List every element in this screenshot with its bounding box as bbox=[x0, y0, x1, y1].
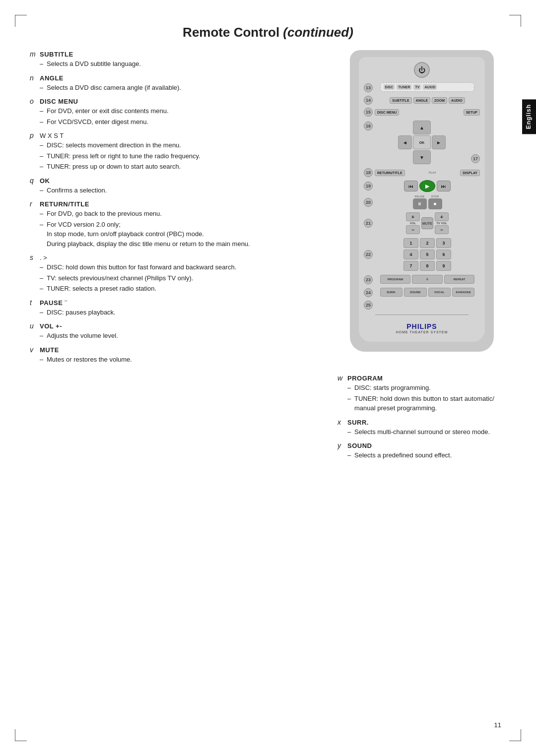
surr-btn[interactable]: SURR. bbox=[380, 288, 402, 297]
disc-btn[interactable]: DISC bbox=[384, 84, 395, 90]
tv-btn[interactable]: TV bbox=[413, 84, 421, 90]
row-num-16: 16 bbox=[364, 122, 373, 130]
list-item: TUNER: selects a preset radio station. bbox=[40, 284, 323, 294]
num-7[interactable]: 7 bbox=[403, 261, 418, 271]
play-label: PLAY bbox=[429, 171, 436, 174]
next-btn[interactable]: ⏭ bbox=[437, 181, 451, 191]
stop-btn[interactable]: ■ bbox=[428, 198, 442, 209]
subtitle-btn[interactable]: SUBTITLE bbox=[390, 97, 411, 104]
play-btn[interactable]: ▶ bbox=[419, 180, 435, 192]
section-title-disc-menu: DISC MENU bbox=[40, 98, 78, 105]
zoom-btn[interactable]: ZOOM bbox=[432, 97, 447, 104]
num-4[interactable]: 4 bbox=[403, 250, 418, 259]
list-item: TUNER: press up or down to start auto se… bbox=[40, 162, 323, 172]
vocal-btn[interactable]: VOCAL bbox=[428, 288, 451, 297]
section-pause-list: DISC: pauses playback. bbox=[30, 308, 323, 317]
section-angle: n ANGLE Selects a DVD disc camera angle … bbox=[30, 74, 323, 93]
section-mute-list: Mutes or restores the volume. bbox=[30, 355, 323, 365]
num-6[interactable]: 6 bbox=[436, 250, 451, 259]
section-title-vol: VOL +- bbox=[40, 322, 62, 330]
row-num-17: 17 bbox=[471, 154, 480, 163]
section-return-title-header: r RETURN/TITLE bbox=[30, 200, 323, 208]
nav-down-btn[interactable]: ▼ bbox=[413, 150, 431, 164]
section-disc-menu: o DISC MENU For DVD, enter or exit disc … bbox=[30, 97, 323, 126]
section-letter-p: p bbox=[30, 131, 38, 139]
aux-btn[interactable]: AUX/D bbox=[423, 84, 437, 90]
section-wxst: p W X S T DISC: selects movement directi… bbox=[30, 131, 323, 172]
section-letter-s: s bbox=[30, 253, 38, 261]
vol-minus-btn[interactable]: – bbox=[406, 225, 420, 234]
disc-menu-btn[interactable]: DISC MENU bbox=[375, 109, 399, 116]
section-title-s: . > bbox=[40, 254, 47, 261]
language-tab: English bbox=[522, 99, 536, 134]
playback-row: ⏮ ▶ ⏭ bbox=[375, 180, 480, 192]
section-title-surr: SURR. bbox=[347, 419, 369, 426]
vol-right-block: + TV VOL – bbox=[435, 212, 449, 234]
section-vol-list: Adjusts the volume level. bbox=[30, 331, 323, 341]
row-18: 18 RETURN/TITLE PLAY DISPLAY bbox=[364, 168, 480, 177]
mute-btn[interactable]: MUTE bbox=[421, 217, 433, 229]
row-21: 21 + VOL – MUTE + TV VOL – bbox=[364, 212, 480, 234]
nav-empty-tr bbox=[432, 121, 446, 134]
row-13: 13 DISC TUNER TV AUX/D bbox=[364, 82, 480, 93]
row-num-14: 14 bbox=[364, 96, 373, 105]
philips-sub-title: HOME THEATER SYSTEM bbox=[396, 330, 448, 334]
num-2[interactable]: 2 bbox=[420, 238, 435, 248]
section-title-sound: SOUND bbox=[347, 442, 372, 449]
audio-btn[interactable]: AUDIO bbox=[449, 97, 465, 104]
remote-divider bbox=[375, 315, 468, 315]
section-disc-menu-header: o DISC MENU bbox=[30, 97, 323, 105]
list-item: DISC: hold down this button for fast for… bbox=[40, 262, 323, 272]
repeat-btn[interactable]: REPEAT bbox=[444, 275, 475, 284]
list-item: TUNER: hold down this button to start au… bbox=[347, 394, 506, 413]
section-return-title: r RETURN/TITLE For DVD, go back to the p… bbox=[30, 200, 323, 249]
sound-btn[interactable]: SOUND bbox=[404, 288, 426, 297]
section-return-list: For DVD, go back to the previous menu. F… bbox=[30, 209, 323, 249]
pause-btn[interactable]: II bbox=[413, 198, 427, 209]
corner-mark-tl bbox=[15, 15, 27, 27]
nav-ok-btn[interactable]: OK bbox=[413, 135, 431, 149]
nav-empty-bl bbox=[398, 150, 412, 164]
num-3[interactable]: 3 bbox=[436, 238, 451, 248]
section-ok: q OK Confirms a selection. bbox=[30, 177, 323, 195]
tv-vol-minus-btn[interactable]: – bbox=[435, 225, 449, 234]
setup-btn[interactable]: SETUP bbox=[464, 109, 480, 116]
tuner-btn[interactable]: TUNER bbox=[397, 84, 411, 90]
program-btn[interactable]: PROGRAM bbox=[380, 275, 411, 284]
row-25-content bbox=[375, 303, 480, 308]
num-5[interactable]: 5 bbox=[420, 250, 435, 259]
row-num-15: 15 bbox=[364, 108, 373, 117]
tv-vol-plus-btn[interactable]: + bbox=[435, 212, 449, 221]
num-8[interactable]: 8 bbox=[420, 261, 435, 271]
power-button[interactable]: ⏻ bbox=[414, 62, 430, 78]
row-20: 20 PAUSE II STOP ■ bbox=[364, 195, 480, 209]
karaoke-btn[interactable]: KARAOKE bbox=[452, 288, 474, 297]
nav-left-btn[interactable]: ◄ bbox=[398, 135, 412, 149]
angle-btn[interactable]: ANGLE bbox=[413, 97, 431, 104]
list-item: Selects a DVD subtitle language. bbox=[40, 59, 323, 69]
prev-btn[interactable]: ⏮ bbox=[404, 181, 418, 191]
section-letter-u: u bbox=[30, 322, 38, 330]
list-item: DISC: starts programming. bbox=[347, 383, 506, 393]
corner-mark-tr bbox=[509, 15, 521, 27]
func-row-1: PROGRAM 0 REPEAT bbox=[380, 275, 475, 284]
nav-right-btn[interactable]: ► bbox=[432, 135, 446, 149]
num-1[interactable]: 1 bbox=[403, 238, 418, 248]
return-title-btn[interactable]: RETURN/TITLE bbox=[375, 170, 405, 176]
row-23: 23 PROGRAM 0 REPEAT bbox=[364, 275, 480, 285]
list-item: For DVD, enter or exit disc contents men… bbox=[40, 106, 323, 116]
vol-plus-btn[interactable]: + bbox=[406, 212, 420, 221]
section-letter-v: v bbox=[30, 346, 38, 354]
zero-btn[interactable]: 0 bbox=[412, 275, 443, 284]
section-title-program: PROGRAM bbox=[347, 375, 383, 382]
row-24: 24 SURR. SOUND VOCAL KARAOKE bbox=[364, 288, 480, 298]
row-num-21: 21 bbox=[364, 219, 373, 228]
num-9[interactable]: 9 bbox=[436, 261, 451, 271]
right-column: ⏻ 13 DISC TUNER TV AUX/D bbox=[337, 50, 506, 369]
nav-up-btn[interactable]: ▲ bbox=[413, 121, 431, 134]
section-wxst-list: DISC: selects movement direction in the … bbox=[30, 140, 323, 172]
section-letter-m: m bbox=[30, 50, 38, 58]
display-btn[interactable]: DISPLAY bbox=[460, 170, 480, 176]
section-letter-o: o bbox=[30, 97, 38, 105]
section-program-list: DISC: starts programming. TUNER: hold do… bbox=[337, 383, 506, 413]
